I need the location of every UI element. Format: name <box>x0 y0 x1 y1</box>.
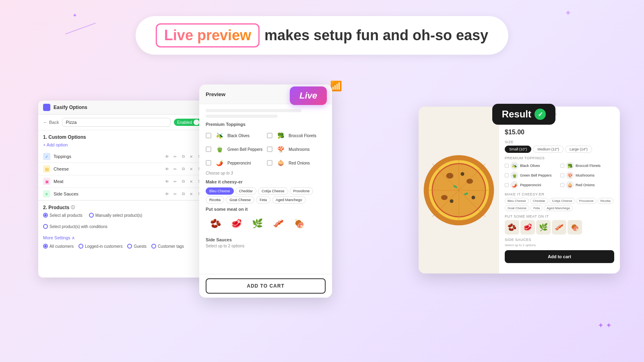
result-cheese-2[interactable]: Cheddar <box>530 198 548 204</box>
close-icon-3[interactable]: ✕ <box>188 178 194 185</box>
eye-icon[interactable]: 👁 <box>164 153 170 160</box>
cheese-bleu[interactable]: Bleu Cheese <box>206 187 234 195</box>
admin-logo <box>43 104 50 111</box>
result-cheese-7[interactable]: Feta <box>530 205 543 211</box>
result-meat-4[interactable]: 🥓 <box>552 220 566 234</box>
more-settings-link[interactable]: More Settings ∧ <box>38 233 207 243</box>
side-sauces-label: Side Sauces <box>206 237 326 242</box>
admin-back-button[interactable]: ← Back <box>43 120 59 125</box>
result-meat-3[interactable]: 🌿 <box>536 220 551 234</box>
add-to-cart-button[interactable]: ADD TO CART <box>206 278 326 294</box>
close-icon-4[interactable]: ✕ <box>188 191 194 197</box>
result-chk-5[interactable] <box>505 183 509 187</box>
radio-label-all: Select all products <box>50 213 83 218</box>
header-live-preview-text: Live preview <box>156 23 260 47</box>
result-meat-1[interactable]: 🫘 <box>505 220 519 234</box>
radio-all-products[interactable]: Select all products <box>43 213 83 218</box>
topping-red-onions: 🧅 Red Onions <box>267 157 326 169</box>
cheese-provolone[interactable]: Provolone <box>290 187 314 195</box>
cheese-feta[interactable]: Feta <box>256 196 270 204</box>
result-cheese-8[interactable]: Aged Manchego <box>544 205 573 211</box>
result-chk-1[interactable] <box>505 164 509 168</box>
meat-img-5[interactable]: 🍖 <box>289 214 309 233</box>
result-toppings-label: Premium Toppings <box>505 156 614 160</box>
result-cheese-1[interactable]: Bleu Cheese <box>505 198 529 204</box>
radio-conditions[interactable]: Select product(s) with conditions <box>43 224 107 229</box>
eye-icon-3[interactable]: 👁 <box>164 178 170 185</box>
size-medium[interactable]: Medium (12") <box>533 146 564 153</box>
radio-label-manual: Manually select product(s) <box>95 213 142 218</box>
chk-broccoli[interactable] <box>267 133 272 138</box>
cheese-cheddar[interactable]: Cheddar <box>235 187 257 195</box>
cheese-cotija[interactable]: Cotija Cheese <box>258 187 288 195</box>
result-topping-2: 🥦 Broccoli Florets <box>560 162 614 170</box>
chk-mushrooms[interactable] <box>267 146 272 152</box>
cheese-goat[interactable]: Goat Cheese <box>226 196 254 204</box>
size-small[interactable]: Small (10") <box>505 146 531 153</box>
result-add-to-cart-button[interactable]: Add to cart <box>505 250 614 263</box>
sauces-label: Side Sauces <box>54 191 161 196</box>
meat-img-2[interactable]: 🥩 <box>227 214 246 233</box>
eye-icon-4[interactable]: 👁 <box>164 191 170 197</box>
close-icon[interactable]: ✕ <box>188 153 194 160</box>
restriction-label-logged: Logged-in customers <box>85 244 122 249</box>
restriction-guests[interactable]: Guests <box>127 244 147 249</box>
result-topping-img-1: 🫒 <box>510 162 518 170</box>
result-cheese-4[interactable]: Provolone <box>576 198 597 204</box>
enabled-toggle[interactable]: Enabled <box>174 119 202 126</box>
chk-black-olives[interactable] <box>206 133 211 138</box>
product-name-input[interactable] <box>62 118 171 127</box>
deco-star-top-right: ✦ <box>565 8 572 18</box>
add-option-button[interactable]: + Add option <box>38 142 207 150</box>
deco-line-top <box>65 23 96 34</box>
meat-img-1[interactable]: 🫘 <box>206 214 225 233</box>
result-chk-3[interactable] <box>505 173 509 177</box>
preview-body: Premium Toppings 🫒 Black Olives 🥦 Brocco… <box>199 104 332 272</box>
edit-icon-2[interactable]: ✏ <box>172 166 178 172</box>
topping-green-peppers: 🫑 Green Bell Peppers <box>206 144 264 155</box>
result-meat-5[interactable]: 🍖 <box>568 220 582 234</box>
copy-icon-3[interactable]: ⧉ <box>180 178 186 185</box>
result-meat-2[interactable]: 🥩 <box>520 220 535 234</box>
result-cheese-5[interactable]: Ricotta <box>598 198 613 204</box>
restriction-logged-in[interactable]: Logged-in customers <box>78 244 122 249</box>
cheese-section-label: Make it cheesy-er <box>206 179 326 184</box>
radio-dot-conditions <box>43 224 48 229</box>
edit-icon-3[interactable]: ✏ <box>172 178 178 185</box>
restriction-all[interactable]: All customers <box>43 244 74 249</box>
meat-img-3[interactable]: 🌿 <box>248 214 267 233</box>
size-large[interactable]: Large (14") <box>565 146 592 153</box>
close-icon-2[interactable]: ✕ <box>188 166 194 172</box>
result-chk-2[interactable] <box>560 164 564 168</box>
deco-stars-bottom-right: ✦ ✦ <box>598 321 612 330</box>
radio-manual[interactable]: Manually select product(s) <box>89 213 142 218</box>
result-topping-name-6: Red Onions <box>576 183 595 187</box>
preview-panel: Preview 🖥 📱 Premium Toppings 🫒 Black Oli… <box>199 84 332 298</box>
red-onions-emoji: 🧅 <box>275 157 286 169</box>
result-chk-6[interactable] <box>560 183 564 187</box>
restriction-tags[interactable]: Customer tags <box>151 244 184 249</box>
cheese-manchego[interactable]: Aged Manchego <box>272 196 306 204</box>
admin-title: Easify Options <box>54 105 87 110</box>
edit-icon[interactable]: ✏ <box>172 153 178 160</box>
pizza-svg <box>423 154 495 226</box>
result-chk-4[interactable] <box>560 173 564 177</box>
edit-icon-4[interactable]: ✏ <box>172 191 178 197</box>
chk-pepperoncini[interactable] <box>206 160 211 166</box>
copy-icon-2[interactable]: ⧉ <box>180 166 186 172</box>
chk-red-onions[interactable] <box>267 160 272 166</box>
eye-icon-2[interactable]: 👁 <box>164 166 170 172</box>
result-badge: Result ✓ <box>492 104 555 125</box>
copy-icon-4[interactable]: ⧉ <box>180 191 186 197</box>
toppings-icon: ✓ <box>43 153 50 160</box>
black-olives-text: Black Olives <box>227 134 250 138</box>
result-size-label: Size <box>505 140 614 144</box>
chk-green-peppers[interactable] <box>206 146 211 152</box>
cheese-ricotta[interactable]: Ricotta <box>206 196 224 204</box>
result-cheese-6[interactable]: Goat Cheese <box>505 205 529 211</box>
customer-restrictions: All customers Logged-in customers Guests… <box>38 243 207 252</box>
copy-icon[interactable]: ⧉ <box>180 153 186 160</box>
result-cheese-3[interactable]: Cotija Cheese <box>549 198 575 204</box>
meat-img-4[interactable]: 🥓 <box>268 214 288 233</box>
admin-topbar: Easify Options <box>38 101 207 115</box>
